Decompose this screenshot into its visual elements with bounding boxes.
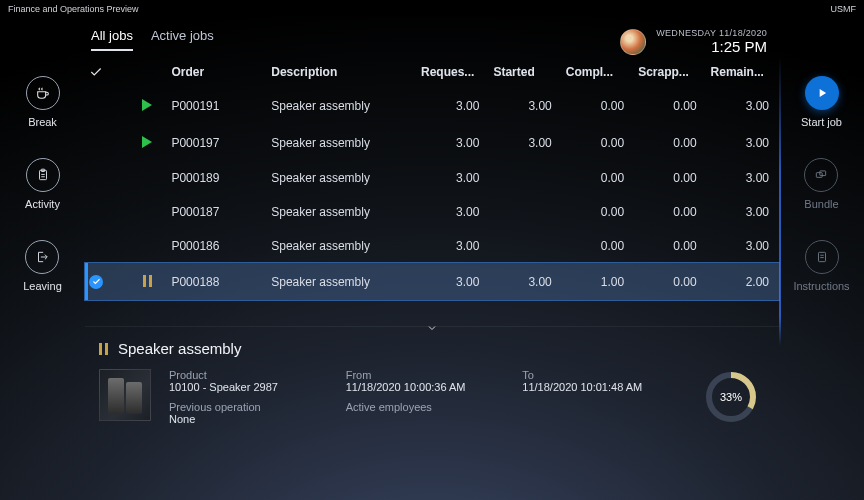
play-icon: [139, 134, 155, 150]
row-status-cell: [127, 263, 167, 300]
cell-scrapped: 0.00: [634, 229, 706, 263]
cell-order: P000189: [167, 161, 267, 195]
row-status-cell: [127, 124, 167, 161]
app-name: Finance and Operations Preview: [8, 4, 139, 14]
jobs-table-wrap: Order Description Reques... Started Comp…: [85, 57, 779, 300]
tab-active-jobs[interactable]: Active jobs: [151, 28, 214, 49]
cell-completed: 0.00: [562, 229, 634, 263]
activity-button[interactable]: Activity: [25, 158, 60, 210]
cell-started: 3.00: [489, 263, 561, 300]
col-description[interactable]: Description: [267, 57, 417, 87]
col-scrapped[interactable]: Scrapp...: [634, 57, 706, 87]
progress-ring: 33%: [703, 369, 759, 425]
activity-label: Activity: [25, 198, 60, 210]
cell-scrapped: 0.00: [634, 195, 706, 229]
row-select-cell[interactable]: [85, 229, 127, 263]
play-icon: [139, 97, 155, 113]
leaving-label: Leaving: [23, 280, 62, 292]
row-select-cell[interactable]: [85, 124, 127, 161]
cell-started: 3.00: [489, 124, 561, 161]
company-code: USMF: [831, 4, 857, 14]
col-completed[interactable]: Compl...: [562, 57, 634, 87]
col-order[interactable]: Order: [167, 57, 267, 87]
cell-description: Speaker assembly: [267, 263, 417, 300]
tab-all-jobs[interactable]: All jobs: [91, 28, 133, 51]
bundle-icon: [804, 158, 838, 192]
table-row[interactable]: P000189Speaker assembly3.000.000.003.00: [85, 161, 779, 195]
col-remaining[interactable]: Remain...: [707, 57, 779, 87]
instructions-label: Instructions: [793, 280, 849, 292]
clock-zone: WEDNESDAY 11/18/2020 1:25 PM: [620, 28, 773, 55]
svg-rect-5: [820, 171, 826, 176]
col-requested[interactable]: Reques...: [417, 57, 489, 87]
clipboard-icon: [26, 158, 60, 192]
table-row[interactable]: P000197Speaker assembly3.003.000.000.003…: [85, 124, 779, 161]
play-icon: [805, 76, 839, 110]
avatar[interactable]: [620, 29, 646, 55]
pause-icon: [139, 273, 155, 289]
clock-date: WEDNESDAY 11/18/2020: [656, 28, 767, 38]
cell-requested: 3.00: [417, 161, 489, 195]
job-detail-panel: Speaker assembly Product 10100 - Speaker…: [85, 328, 779, 433]
cell-scrapped: 0.00: [634, 87, 706, 124]
leaving-button[interactable]: Leaving: [23, 240, 62, 292]
from-label: From: [346, 369, 509, 381]
cell-description: Speaker assembly: [267, 124, 417, 161]
cell-order: P000191: [167, 87, 267, 124]
cell-description: Speaker assembly: [267, 161, 417, 195]
svg-rect-6: [818, 252, 825, 261]
cell-started: [489, 161, 561, 195]
instructions-icon: [805, 240, 839, 274]
cell-order: P000187: [167, 195, 267, 229]
row-status-cell: [127, 87, 167, 124]
pause-icon: [99, 343, 108, 355]
table-row[interactable]: P000191Speaker assembly3.003.000.000.003…: [85, 87, 779, 124]
cell-remaining: 3.00: [707, 229, 779, 263]
cell-order: P000188: [167, 263, 267, 300]
prev-op-label: Previous operation: [169, 401, 332, 413]
cell-remaining: 3.00: [707, 87, 779, 124]
table-row[interactable]: P000186Speaker assembly3.000.000.003.00: [85, 229, 779, 263]
progress-pct: 33%: [703, 369, 759, 425]
product-label: Product: [169, 369, 332, 381]
checked-icon: [89, 275, 103, 289]
right-rail: Start job Bundle Instructions: [779, 16, 864, 500]
cell-scrapped: 0.00: [634, 263, 706, 300]
start-job-button[interactable]: Start job: [801, 76, 842, 128]
row-select-cell[interactable]: [85, 87, 127, 124]
row-select-cell[interactable]: [85, 161, 127, 195]
break-button[interactable]: Break: [26, 76, 60, 128]
cell-description: Speaker assembly: [267, 229, 417, 263]
cell-remaining: 2.00: [707, 263, 779, 300]
col-started[interactable]: Started: [489, 57, 561, 87]
table-row[interactable]: P000187Speaker assembly3.000.000.003.00: [85, 195, 779, 229]
row-select-cell[interactable]: [85, 195, 127, 229]
to-value: 11/18/2020 10:01:48 AM: [522, 381, 685, 393]
product-thumbnail[interactable]: [99, 369, 151, 421]
title-bar: Finance and Operations Preview USMF: [0, 0, 864, 16]
leave-icon: [25, 240, 59, 274]
product-value: 10100 - Speaker 2987: [169, 381, 332, 393]
instructions-button[interactable]: Instructions: [793, 240, 849, 292]
to-label: To: [522, 369, 685, 381]
cell-description: Speaker assembly: [267, 87, 417, 124]
bundle-button[interactable]: Bundle: [804, 158, 838, 210]
collapse-toggle[interactable]: [423, 322, 441, 334]
cell-requested: 3.00: [417, 87, 489, 124]
row-status-cell: [127, 195, 167, 229]
coffee-icon: [26, 76, 60, 110]
cell-requested: 3.00: [417, 263, 489, 300]
scrollbar[interactable]: [779, 56, 781, 346]
table-row[interactable]: P000188Speaker assembly3.003.001.000.002…: [85, 263, 779, 300]
tabs: All jobs Active jobs: [91, 28, 214, 51]
cell-order: P000186: [167, 229, 267, 263]
row-status-cell: [127, 161, 167, 195]
col-select[interactable]: [85, 57, 127, 87]
cell-requested: 3.00: [417, 195, 489, 229]
detail-title: Speaker assembly: [118, 340, 241, 357]
active-emp-label: Active employees: [346, 401, 509, 413]
cell-completed: 0.00: [562, 87, 634, 124]
row-select-cell[interactable]: [85, 263, 127, 300]
cell-completed: 0.00: [562, 161, 634, 195]
cell-completed: 0.00: [562, 124, 634, 161]
